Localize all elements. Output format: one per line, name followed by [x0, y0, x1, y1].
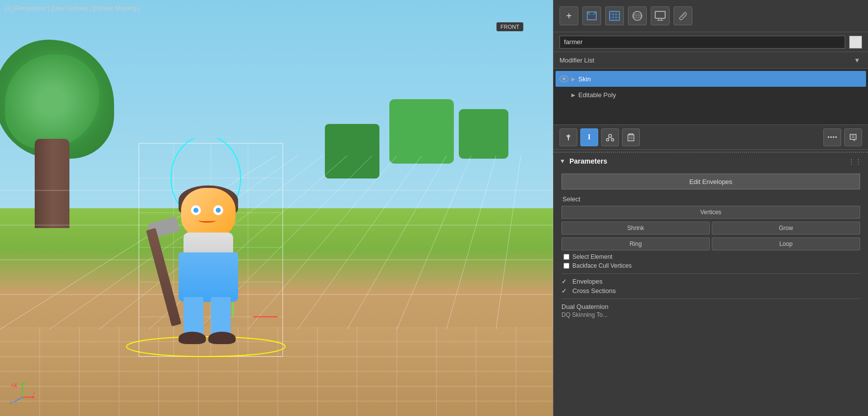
more-options-button[interactable] [823, 128, 841, 146]
modifier-stack: ▶ Skin ▶ Editable Poly [554, 69, 868, 125]
shrink-button[interactable]: Shrink [561, 222, 710, 235]
object-name-confirm-button[interactable] [849, 36, 862, 49]
char-leg-left [184, 297, 203, 337]
expand-arrow-poly[interactable]: ▶ [571, 92, 575, 98]
eye-right [213, 205, 223, 215]
loop-button[interactable]: Loop [712, 238, 860, 250]
character-figure [169, 188, 248, 347]
svg-rect-90 [850, 134, 856, 139]
char-leg-right [211, 297, 231, 337]
svg-line-53 [14, 397, 22, 402]
svg-text:Y: Y [24, 381, 27, 386]
envelopes-row: ✓ Envelopes [561, 278, 860, 285]
select-region-button[interactable] [605, 6, 624, 25]
modifier-toolbar: I [554, 125, 868, 150]
modifier-list-header: Modifier List ▼ [554, 52, 868, 69]
svg-rect-80 [628, 135, 634, 141]
envelopes-checkmark: ✓ [561, 278, 569, 285]
expand-arrow-skin[interactable]: ▶ [571, 76, 575, 82]
select-object-button[interactable] [582, 6, 601, 25]
cross-sections-checkmark: ✓ [561, 287, 569, 295]
dual-quaternion-label: Dual Quaternion [561, 303, 860, 310]
eye-icon-skin[interactable] [559, 75, 568, 82]
parameters-dots: ⋮⋮ [848, 158, 862, 165]
select-element-label[interactable]: Select Element [572, 253, 613, 260]
char-shoe-left [179, 332, 206, 344]
svg-line-78 [608, 137, 610, 138]
add-icon: + [566, 10, 572, 22]
backface-cull-checkbox[interactable] [563, 263, 569, 269]
svg-rect-89 [835, 136, 837, 138]
object-name-input[interactable]: farmer [559, 36, 845, 49]
eye-left [191, 205, 201, 215]
svg-text:+X: +X [11, 383, 17, 388]
modifier-name-poly: Editable Poly [578, 91, 616, 99]
axis-indicator: X Y Z +X [10, 380, 35, 406]
ring-button[interactable]: Ring [561, 238, 710, 250]
viewport[interactable]: [+] [Perspective ] [User Defined ] [Defa… [0, 0, 553, 416]
backface-cull-label[interactable]: Backface Cull Vertices [572, 262, 631, 269]
cross-sections-label: Cross Sections [572, 287, 616, 295]
modifier-name-skin: Skin [578, 75, 591, 83]
vertices-button[interactable]: Vertices [561, 206, 860, 219]
bg-tree-2 [325, 124, 379, 178]
bg-tree-3 [459, 109, 508, 159]
add-button[interactable]: + [559, 6, 578, 25]
character-area [124, 138, 312, 376]
pin-button[interactable] [559, 128, 577, 146]
tree-trunk [35, 139, 69, 228]
edit-modifier-button[interactable]: I [580, 128, 598, 146]
viewport-label: [+] [Perspective ] [User Defined ] [Defa… [5, 5, 140, 12]
edit-icon [849, 133, 857, 141]
svg-point-77 [612, 138, 614, 141]
tree-left [0, 40, 119, 228]
svg-point-76 [607, 138, 609, 141]
edit-modifier-icon: I [588, 133, 591, 141]
ring-loop-row: Ring Loop [561, 238, 860, 250]
char-head [181, 188, 236, 238]
parameters-collapse-icon[interactable]: ▼ [559, 158, 565, 165]
sphere-button[interactable] [628, 6, 647, 25]
modifier-item-skin[interactable]: ▶ Skin [556, 71, 866, 87]
svg-marker-48 [32, 396, 35, 399]
cross-sections-row: ✓ Cross Sections [561, 287, 860, 295]
char-shoe-right [208, 332, 236, 344]
parameters-header: ▼ Parameters ⋮⋮ [554, 153, 868, 170]
chevron-down-icon: ▼ [854, 57, 861, 64]
svg-point-75 [609, 134, 612, 137]
front-label: FRONT [496, 22, 523, 31]
char-overalls [179, 252, 238, 302]
modifier-item-editable-poly[interactable]: ▶ Editable Poly [556, 87, 866, 103]
modifier-stack-empty [556, 103, 866, 122]
svg-rect-88 [833, 136, 834, 138]
wrench-icon [678, 11, 688, 21]
svg-rect-59 [610, 11, 620, 20]
envelopes-label: Envelopes [572, 278, 603, 285]
parameters-section[interactable]: ▼ Parameters ⋮⋮ Edit Envelopes Select Ve… [554, 153, 868, 416]
svg-rect-67 [655, 11, 665, 18]
char-mouth [198, 219, 216, 223]
select-region-icon [609, 11, 620, 21]
grow-button[interactable]: Grow [712, 222, 860, 235]
wrench-button[interactable] [674, 6, 692, 25]
svg-rect-86 [828, 136, 829, 138]
edit-envelopes-button[interactable]: Edit Envelopes [561, 174, 860, 189]
configure-icon [606, 133, 615, 141]
delete-modifier-button[interactable] [622, 128, 640, 146]
monitor-button[interactable] [651, 6, 670, 25]
backface-cull-row: Backface Cull Vertices [561, 262, 860, 269]
section-divider-2 [561, 298, 860, 299]
right-panel: + [553, 0, 868, 416]
svg-line-79 [610, 137, 613, 138]
select-label: Select [561, 195, 860, 203]
edit-icon-button[interactable] [844, 128, 862, 146]
select-object-icon [586, 11, 597, 21]
configure-button[interactable] [601, 128, 619, 146]
select-element-checkbox[interactable] [563, 254, 569, 260]
monitor-icon [655, 11, 666, 21]
more-options-icon [828, 135, 837, 140]
svg-marker-74 [567, 136, 570, 138]
panel-toolbar: + [554, 0, 868, 32]
modifier-list-dropdown-button[interactable]: ▼ [852, 56, 862, 65]
select-element-row: Select Element [561, 253, 860, 260]
